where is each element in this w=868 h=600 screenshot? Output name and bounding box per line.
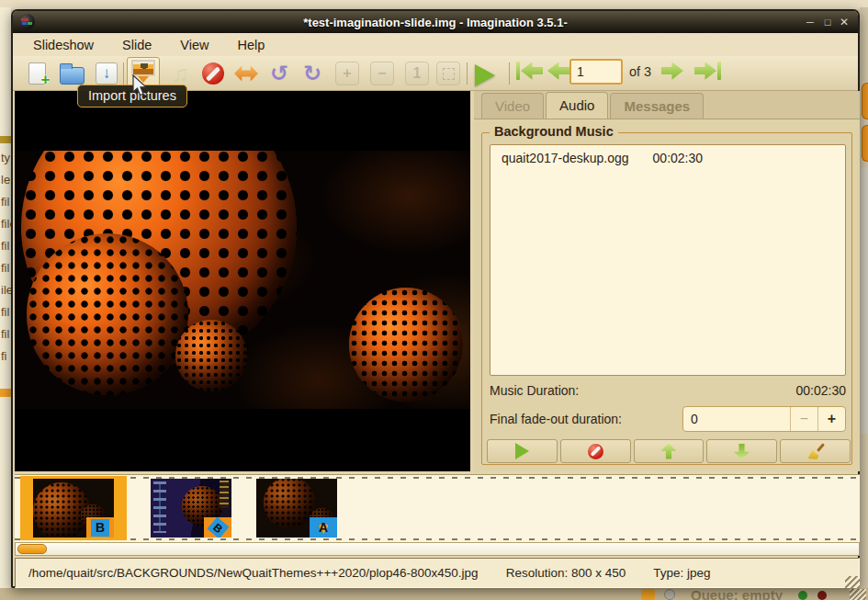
filmstrip-scrollbar[interactable]: [15, 542, 860, 556]
one-icon: 1: [405, 62, 429, 85]
background-orange-button: [862, 83, 868, 119]
thumb-desktop-panel: [220, 481, 229, 508]
tab-audio[interactable]: Audio: [546, 92, 608, 120]
slide-number-input[interactable]: [569, 59, 623, 85]
fade-out-row: Final fade-out duration: 0 − +: [490, 406, 846, 432]
filmstrip: B B ♥A: [15, 474, 860, 542]
menu-slideshow[interactable]: Slideshow: [23, 36, 104, 54]
background-orange-button: [862, 125, 868, 162]
slide-preview-area[interactable]: [15, 91, 470, 471]
queue-warning-icon: [641, 589, 655, 600]
status-type: Type: jpeg: [653, 566, 710, 580]
flip-horizontally-button[interactable]: [231, 59, 261, 88]
move-track-up-button[interactable]: [634, 439, 705, 463]
arrow-left-icon: [547, 61, 569, 81]
broom-icon: [807, 443, 824, 459]
new-document-icon: +: [28, 62, 46, 85]
background-window-orange-strip: [0, 389, 11, 397]
transition-badge-3: ♥A: [310, 517, 337, 538]
status-resolution: Resolution: 800 x 450: [506, 566, 626, 580]
tray-red-dot-icon: [817, 591, 827, 600]
scrollbar-thumb[interactable]: [17, 544, 47, 554]
previous-slide-button[interactable]: [547, 61, 569, 81]
arrow-right-icon: [694, 61, 716, 81]
next-slide-button[interactable]: [661, 61, 683, 81]
slide-image: [15, 151, 470, 409]
move-track-down-button[interactable]: [706, 439, 777, 463]
filmstrip-dashes-bottom: [15, 538, 860, 540]
thumb-desktop-icons: [153, 481, 166, 533]
window-title: *test-imagination-slide.img - Imaginatio…: [13, 16, 858, 29]
toolbar-separator: [123, 62, 124, 85]
tab-video[interactable]: Video: [481, 93, 544, 119]
audio-tab-page: Background Music quait2017-deskup.ogg 00…: [474, 119, 860, 471]
fade-out-value[interactable]: 0: [683, 412, 790, 426]
thumbnail-slide-1[interactable]: B: [33, 479, 114, 538]
close-button[interactable]: ✕: [837, 15, 851, 29]
preview-button[interactable]: [470, 61, 500, 90]
queue-gear-icon: [664, 589, 675, 600]
tab-messages[interactable]: Messages: [610, 93, 704, 119]
spin-increment-button[interactable]: +: [817, 407, 845, 431]
desktop-resize-grip: [850, 589, 866, 600]
thumbnail-slide-2[interactable]: B: [151, 479, 231, 538]
thumb-sphere: [264, 479, 315, 528]
queue-status-text: Queue: empty: [691, 587, 783, 600]
music-duration-label: Music Duration:: [490, 383, 579, 398]
last-slide-button[interactable]: [694, 61, 721, 81]
play-music-button[interactable]: [487, 439, 558, 463]
first-slide-button[interactable]: [516, 61, 543, 81]
window-resize-grip[interactable]: [845, 576, 860, 588]
track-name: quait2017-deskup.ogg: [502, 151, 629, 165]
bar-icon: [717, 62, 721, 80]
background-window-divider: [0, 136, 11, 143]
menu-help[interactable]: Help: [228, 36, 276, 54]
rotate-left-icon: ↺: [270, 63, 288, 84]
no-entry-icon: [202, 62, 224, 85]
stop-music-button[interactable]: [560, 439, 631, 463]
rotate-right-icon: ↻: [303, 63, 321, 84]
right-panel: Video Audio Messages Background Music qu…: [474, 91, 860, 471]
menu-slide[interactable]: Slide: [112, 36, 162, 54]
filmstrip-dashes-top: [15, 477, 860, 479]
slide-count-label: of 3: [629, 64, 651, 79]
toolbar-separator: [509, 62, 510, 85]
background-gray-panel: [861, 167, 868, 434]
sphere-right: [349, 288, 463, 402]
tray-green-dot-icon: [798, 591, 807, 600]
thumbnail-slide-3[interactable]: ♥A: [256, 479, 337, 538]
music-duration-row: Music Duration: 00:02:30: [490, 383, 846, 398]
normal-size-button[interactable]: 1: [402, 59, 432, 88]
zoom-out-button[interactable]: −: [367, 59, 397, 88]
track-list-item[interactable]: quait2017-deskup.ogg 00:02:30: [490, 145, 845, 171]
music-note-icon: ♫: [172, 63, 189, 84]
clear-music-button[interactable]: [780, 439, 851, 463]
minus-icon: −: [370, 62, 394, 85]
delete-button[interactable]: [198, 59, 228, 88]
fade-out-spinbox[interactable]: 0 − +: [682, 406, 846, 432]
status-bar: /home/quait/src/BACKGROUNDS/NewQuaitThem…: [15, 558, 860, 588]
rotate-left-button[interactable]: ↺: [265, 59, 294, 88]
music-duration-value: 00:02:30: [796, 383, 847, 398]
arrow-down-icon: [734, 444, 750, 459]
menu-view[interactable]: View: [170, 36, 219, 54]
rotate-right-button[interactable]: ↻: [298, 59, 327, 88]
plus-icon: +: [335, 62, 359, 85]
music-buttons-row: [487, 439, 851, 463]
title-bar[interactable]: *test-imagination-slide.img - Imaginatio…: [13, 11, 858, 33]
transition-badge-1: B: [86, 517, 114, 538]
fit-zoom-button[interactable]: [434, 59, 463, 88]
fade-out-label: Final fade-out duration:: [490, 412, 622, 426]
zoom-in-button[interactable]: +: [333, 59, 362, 88]
save-icon: ↓: [96, 62, 118, 85]
status-file-path: /home/quait/src/BACKGROUNDS/NewQuaitThem…: [28, 566, 479, 580]
maximize-button[interactable]: □: [820, 15, 835, 29]
minimize-button[interactable]: ─: [803, 15, 817, 29]
track-duration: 00:02:30: [653, 151, 704, 165]
transition-badge-2: B: [204, 517, 231, 538]
music-track-list[interactable]: quait2017-deskup.ogg 00:02:30: [490, 144, 846, 376]
menu-bar: Slideshow Slide View Help: [13, 33, 858, 56]
spin-decrement-button[interactable]: −: [790, 407, 817, 431]
new-slideshow-button[interactable]: +: [22, 59, 51, 88]
sphere-small: [175, 320, 247, 391]
